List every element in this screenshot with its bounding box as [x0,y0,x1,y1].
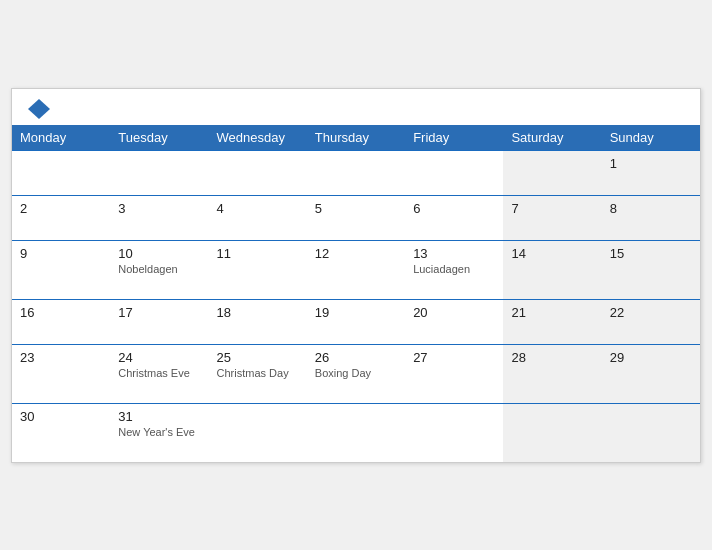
weekday-header-thursday: Thursday [307,125,405,151]
logo [26,99,50,119]
day-number: 10 [118,246,200,261]
holiday-name: Christmas Eve [118,367,200,379]
svg-marker-0 [28,99,50,119]
day-number: 1 [610,156,692,171]
day-number: 5 [315,201,397,216]
calendar-cell: 18 [209,299,307,344]
logo-flag-icon [28,99,50,119]
calendar-cell: 9 [12,240,110,299]
calendar-cell: 12 [307,240,405,299]
calendar-cell: 8 [602,195,700,240]
day-number: 15 [610,246,692,261]
day-number: 4 [217,201,299,216]
calendar-cell: 15 [602,240,700,299]
calendar-cell: 13Luciadagen [405,240,503,299]
calendar-cell: 1 [602,150,700,195]
calendar-cell: 31New Year's Eve [110,403,208,462]
weekday-header-monday: Monday [12,125,110,151]
calendar-cell [307,403,405,462]
calendar-cell: 19 [307,299,405,344]
calendar-cell: 23 [12,344,110,403]
day-number: 8 [610,201,692,216]
day-number: 22 [610,305,692,320]
calendar-header [12,89,700,125]
calendar-cell: 4 [209,195,307,240]
calendar-cell [602,403,700,462]
calendar-week-row: 3031New Year's Eve [12,403,700,462]
calendar-cell: 27 [405,344,503,403]
weekday-header-row: MondayTuesdayWednesdayThursdayFridaySatu… [12,125,700,151]
day-number: 18 [217,305,299,320]
day-number: 20 [413,305,495,320]
day-number: 25 [217,350,299,365]
calendar-cell [110,150,208,195]
calendar-cell: 6 [405,195,503,240]
holiday-name: Boxing Day [315,367,397,379]
calendar-cell: 17 [110,299,208,344]
calendar-cell: 29 [602,344,700,403]
holiday-name: Nobeldagen [118,263,200,275]
day-number: 7 [511,201,593,216]
calendar-cell [307,150,405,195]
day-number: 24 [118,350,200,365]
calendar-cell [405,403,503,462]
weekday-header-wednesday: Wednesday [209,125,307,151]
calendar-cell [209,403,307,462]
day-number: 3 [118,201,200,216]
holiday-name: New Year's Eve [118,426,200,438]
calendar-cell: 3 [110,195,208,240]
calendar-cell [503,150,601,195]
weekday-header-tuesday: Tuesday [110,125,208,151]
calendar-week-row: 910Nobeldagen111213Luciadagen1415 [12,240,700,299]
calendar-thead: MondayTuesdayWednesdayThursdayFridaySatu… [12,125,700,151]
calendar-cell: 16 [12,299,110,344]
calendar-cell: 24Christmas Eve [110,344,208,403]
calendar-cell [503,403,601,462]
calendar-cell: 7 [503,195,601,240]
day-number: 16 [20,305,102,320]
day-number: 11 [217,246,299,261]
calendar-cell: 21 [503,299,601,344]
day-number: 27 [413,350,495,365]
day-number: 9 [20,246,102,261]
calendar-week-row: 2345678 [12,195,700,240]
day-number: 29 [610,350,692,365]
calendar-cell: 5 [307,195,405,240]
day-number: 17 [118,305,200,320]
calendar-cell [405,150,503,195]
weekday-header-saturday: Saturday [503,125,601,151]
weekday-header-friday: Friday [405,125,503,151]
calendar-body: 12345678910Nobeldagen111213Luciadagen141… [12,150,700,462]
calendar-cell: 2 [12,195,110,240]
calendar-cell: 10Nobeldagen [110,240,208,299]
day-number: 14 [511,246,593,261]
calendar-cell: 30 [12,403,110,462]
day-number: 28 [511,350,593,365]
calendar-table: MondayTuesdayWednesdayThursdayFridaySatu… [12,125,700,462]
calendar-cell: 22 [602,299,700,344]
calendar-container: MondayTuesdayWednesdayThursdayFridaySatu… [11,88,701,463]
calendar-week-row: 16171819202122 [12,299,700,344]
day-number: 26 [315,350,397,365]
calendar-cell: 11 [209,240,307,299]
holiday-name: Christmas Day [217,367,299,379]
calendar-cell: 26Boxing Day [307,344,405,403]
calendar-week-row: 2324Christmas Eve25Christmas Day26Boxing… [12,344,700,403]
holiday-name: Luciadagen [413,263,495,275]
day-number: 31 [118,409,200,424]
calendar-cell: 28 [503,344,601,403]
calendar-cell [209,150,307,195]
calendar-cell: 14 [503,240,601,299]
day-number: 13 [413,246,495,261]
day-number: 12 [315,246,397,261]
calendar-cell [12,150,110,195]
day-number: 19 [315,305,397,320]
day-number: 2 [20,201,102,216]
day-number: 23 [20,350,102,365]
calendar-week-row: 1 [12,150,700,195]
day-number: 30 [20,409,102,424]
day-number: 21 [511,305,593,320]
weekday-header-sunday: Sunday [602,125,700,151]
day-number: 6 [413,201,495,216]
calendar-cell: 25Christmas Day [209,344,307,403]
